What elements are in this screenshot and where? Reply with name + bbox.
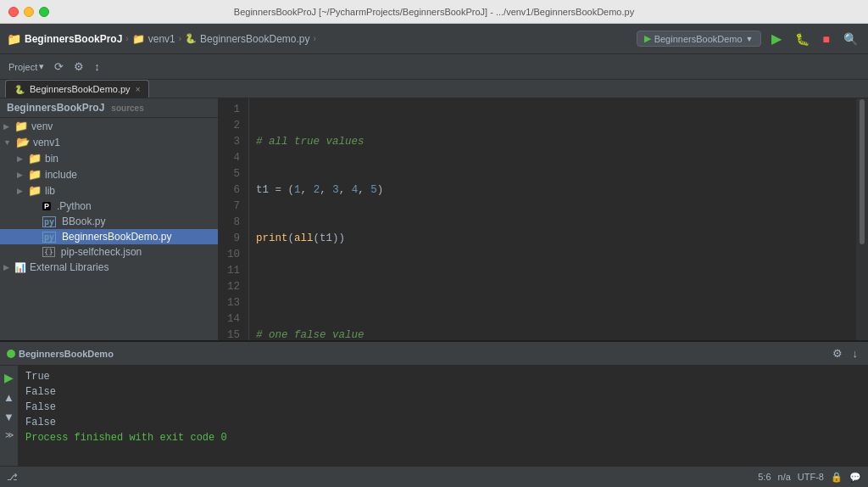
breadcrumb-sep-3: ›: [313, 34, 315, 43]
tab-close-button[interactable]: ×: [136, 85, 141, 94]
run-side-buttons: ▶ ▲ ▼ ≫: [0, 366, 19, 466]
tree-item-dotpython[interactable]: P .Python: [0, 199, 218, 214]
maximize-button[interactable]: [39, 7, 49, 17]
run-expand-button[interactable]: ≫: [3, 428, 15, 441]
run-scroll-button[interactable]: ↓: [849, 345, 862, 361]
run-config-dropdown-icon: ▼: [746, 35, 754, 43]
run-up-button[interactable]: ▲: [2, 389, 16, 406]
tree-item-lib[interactable]: ▶ 📁 lib: [0, 182, 218, 199]
breadcrumb-root[interactable]: BeginnersBookProJ: [25, 33, 122, 45]
tree-label-ext-libs: External Libraries: [30, 261, 108, 273]
breadcrumb-folder-icon: 📁: [132, 33, 145, 45]
run-panel-title: BeginnersBookDemo: [19, 349, 114, 359]
debug-button[interactable]: 🐛: [792, 31, 813, 48]
run-tab-label[interactable]: BeginnersBookDemo: [7, 349, 114, 359]
editor-minimap: [856, 98, 868, 340]
editor-area[interactable]: 1 2 3 4 5 6 7 8 9 10 11 12 13 14: [219, 98, 868, 340]
tree-item-venv1[interactable]: ▼ 📂 venv1: [0, 134, 218, 150]
title-bar: BeginnersBookProJ [~/PycharmProjects/Beg…: [0, 0, 868, 24]
tree-item-include[interactable]: ▶ 📁 include: [0, 166, 218, 182]
tree-arrow-ext-libs: ▶: [3, 263, 9, 271]
run-config-selector[interactable]: ▶ BeginnersBookDemo ▼: [637, 31, 761, 47]
tree-header: BeginnersBookProJ sources: [0, 98, 218, 118]
code-line-3: print(all(t1)): [256, 231, 861, 247]
minimize-button[interactable]: [24, 7, 34, 17]
tree-arrow-lib: ▶: [17, 187, 23, 195]
tree-arrow-bin: ▶: [17, 154, 23, 163]
tree-label-include: include: [45, 169, 77, 181]
settings-button[interactable]: ⚙: [70, 59, 87, 75]
tab-label: BeginnersBookDemo.py: [30, 84, 131, 94]
line-num-8: 8: [225, 215, 240, 231]
py-icon-demo: py: [42, 232, 56, 243]
run-content-area: ▶ ▲ ▼ ≫ True False False False Process f…: [0, 366, 868, 466]
tree-root-label: BeginnersBookProJ: [7, 102, 104, 114]
code-line-2: t1 = (1, 2, 3, 4, 5): [256, 182, 861, 199]
line-num-11: 11: [225, 263, 240, 279]
toolbar-right: ▶ BeginnersBookDemo ▼ ▶ 🐛 ■ 🔍: [637, 29, 861, 48]
tree-label-bin: bin: [45, 153, 58, 165]
project-dropdown[interactable]: Project ▾: [5, 59, 47, 74]
folder-icon-lib: 📁: [28, 184, 42, 197]
sort-button[interactable]: ↕: [91, 59, 103, 75]
code-line-5: # one false value: [256, 327, 861, 340]
run-output: True False False False Process finished …: [19, 366, 868, 466]
line-num-2: 2: [225, 118, 240, 134]
main-toolbar: 📁 BeginnersBookProJ › 📁 venv1 › 🐍 Beginn…: [0, 24, 868, 54]
run-panel: BeginnersBookDemo ⚙ ↓ ▶ ▲ ▼ ≫ True False…: [0, 340, 868, 466]
project-label: Project: [8, 62, 37, 72]
line-num-9: 9: [225, 231, 240, 247]
tree-item-bbook[interactable]: py BBook.py: [0, 214, 218, 229]
traffic-lights[interactable]: [8, 7, 49, 17]
output-line-4: False: [25, 415, 861, 430]
output-line-3: False: [25, 400, 861, 415]
breadcrumb-venv1[interactable]: venv1: [148, 33, 175, 45]
folder-icon-include: 📁: [28, 168, 42, 181]
tab-beginners-book-demo[interactable]: 🐍 BeginnersBookDemo.py ×: [5, 80, 149, 98]
run-config-icon: ▶: [644, 33, 651, 44]
encoding-label: UTF-8: [798, 472, 824, 482]
run-config-label: BeginnersBookDemo: [654, 34, 743, 44]
line-numbers: 1 2 3 4 5 6 7 8 9 10 11 12 13 14: [219, 98, 249, 340]
py-black-icon: P: [42, 202, 51, 210]
tree-label-lib: lib: [45, 185, 55, 197]
status-right: 5:6 n/a UTF-8 🔒 💬: [758, 472, 861, 483]
tab-file-icon: 🐍: [14, 85, 25, 94]
stop-button[interactable]: ■: [820, 31, 833, 48]
minimap-thumb: [860, 99, 865, 244]
search-button[interactable]: 🔍: [840, 31, 861, 48]
tree-item-venv[interactable]: ▶ 📁 venv: [0, 118, 218, 134]
close-button[interactable]: [8, 7, 19, 17]
folder-icon-bin: 📁: [28, 152, 42, 165]
status-icon-1: 🔒: [831, 472, 843, 483]
run-status-dot: [7, 350, 15, 358]
output-line-2: False: [25, 384, 861, 400]
breadcrumb-file[interactable]: BeginnersBookDemo.py: [200, 33, 309, 45]
run-button[interactable]: ▶: [768, 29, 785, 48]
tree-label-venv1: venv1: [33, 137, 60, 148]
secondary-toolbar: Project ▾ ⟳ ⚙ ↕: [0, 54, 868, 80]
sync-button[interactable]: ⟳: [51, 59, 67, 75]
code-lines: # all true values t1 = (1, 2, 3, 4, 5) p…: [249, 98, 868, 340]
code-line-1: # all true values: [256, 134, 861, 150]
git-branch-icon: ⎇: [7, 472, 18, 483]
breadcrumb-file-icon: 🐍: [185, 33, 197, 44]
cursor-position: 5:6: [758, 472, 771, 482]
ext-libs-icon: 📊: [14, 262, 26, 273]
tree-item-pip-selfcheck[interactable]: {} pip-selfcheck.json: [0, 244, 218, 260]
status-bar: ⎇ 5:6 n/a UTF-8 🔒 💬: [0, 466, 868, 487]
run-settings-button[interactable]: ⚙: [829, 345, 846, 361]
code-container: 1 2 3 4 5 6 7 8 9 10 11 12 13 14: [219, 98, 868, 340]
line-num-13: 13: [225, 295, 240, 311]
tree-item-bin[interactable]: ▶ 📁 bin: [0, 150, 218, 166]
tree-item-external-libraries[interactable]: ▶ 📊 External Libraries: [0, 260, 218, 275]
status-n-a: n/a: [778, 472, 791, 482]
tree-item-beginners-book-demo[interactable]: py BeginnersBookDemo.py: [0, 229, 218, 244]
line-num-14: 14: [225, 311, 240, 327]
tree-label-pip-selfcheck: pip-selfcheck.json: [61, 246, 142, 258]
tree-label-dotpython: .Python: [57, 200, 92, 212]
line-num-6: 6: [225, 182, 240, 199]
status-left: ⎇: [7, 472, 18, 483]
run-down-button[interactable]: ▼: [2, 409, 16, 425]
run-play-button[interactable]: ▶: [3, 369, 15, 386]
